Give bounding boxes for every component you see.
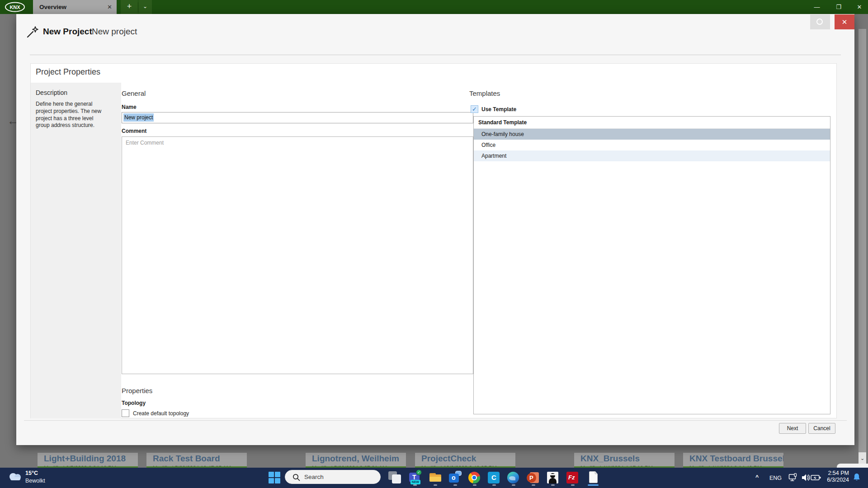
language-indicator[interactable]: ENG	[769, 475, 782, 481]
svg-text:KNX: KNX	[9, 5, 20, 10]
cancel-button[interactable]: Cancel	[808, 423, 835, 434]
tab-menu-button[interactable]: ⌄	[138, 0, 152, 14]
project-tile[interactable]: Rack Test Board Modified 5/22/2024 10:47…	[146, 453, 247, 468]
name-label: Name	[122, 104, 137, 110]
section-title: Project Properties	[36, 67, 100, 77]
task-view-icon[interactable]	[387, 470, 402, 485]
teams-new-badge: NEW	[410, 480, 420, 484]
running-indicator	[434, 484, 437, 486]
tray-expand-icon[interactable]: ^	[755, 474, 759, 480]
dialog-help-button[interactable]	[810, 14, 830, 29]
tray-date: 6/3/2024	[823, 477, 849, 483]
create-default-topology-label: Create default topology	[133, 410, 189, 417]
document-app-icon[interactable]	[586, 470, 601, 485]
window-close-button[interactable]: ✕	[851, 0, 868, 14]
search-input[interactable]: Search	[285, 470, 381, 484]
template-list-header: Standard Template	[474, 117, 830, 129]
running-indicator	[492, 484, 496, 486]
new-tab-button[interactable]: +	[121, 0, 138, 14]
topology-label: Topology	[122, 400, 146, 406]
weather-cloud-icon[interactable]	[7, 471, 24, 482]
flyout-corner	[837, 464, 868, 468]
template-item-office[interactable]: Office	[474, 140, 830, 150]
tab-label: Overview	[39, 4, 66, 10]
running-indicator	[473, 484, 476, 486]
teams-check-badge: ✓	[416, 469, 422, 475]
project-tile[interactable]: Light+Building 2018 Modified 6/5/2023 2:…	[38, 453, 138, 468]
next-button[interactable]: Next	[779, 423, 806, 434]
filezilla-icon[interactable]: Fz	[565, 470, 580, 485]
search-icon	[292, 474, 300, 481]
name-input-value: New project	[123, 113, 154, 122]
description-panel: Description Define here the general proj…	[31, 83, 121, 418]
powerpoint-glyph: P	[529, 474, 533, 481]
project-properties-card: Project Properties Description Define he…	[30, 63, 837, 418]
running-indicator	[453, 484, 457, 486]
dialog-subtitle: New project	[92, 25, 137, 38]
project-tile-title: Lignotrend, Weilheim	[312, 454, 406, 464]
template-item-one-family-house[interactable]: One-family house	[474, 129, 830, 140]
new-project-dialog: New Project New project ✕ Project Proper…	[16, 14, 854, 445]
running-indicator	[512, 484, 515, 486]
circle-icon	[816, 19, 823, 25]
knx-logo-icon: KNX	[5, 1, 25, 13]
use-template-label: Use Template	[481, 106, 516, 113]
dialog-separator	[30, 55, 841, 55]
project-tile-title: Rack Test Board	[153, 454, 247, 464]
teams-icon[interactable]: T ✓ NEW	[407, 470, 423, 485]
dialog-close-button[interactable]: ✕	[835, 14, 854, 29]
comment-placeholder: Enter Comment	[126, 140, 164, 146]
template-item-apartment[interactable]: Apartment	[474, 150, 830, 161]
powerpoint-icon[interactable]: P	[526, 470, 541, 485]
description-body: Define here the general project properti…	[36, 101, 108, 129]
project-tile[interactable]: ProjectCheck Modified 10/2/2023 3:40:35 …	[415, 453, 515, 468]
project-tile[interactable]: KNX_Brussels Modified 4/4/2024 4:17:12 P…	[574, 453, 675, 468]
tray-time: 2:54 PM	[823, 470, 849, 477]
battery-icon[interactable]	[811, 474, 821, 482]
active-window-indicator	[588, 484, 599, 486]
tab-overview[interactable]: Overview ✕	[33, 0, 117, 14]
speaker-icon[interactable]	[801, 473, 810, 482]
weather-temperature[interactable]: 15°C	[25, 470, 38, 476]
project-tile[interactable]: Lignotrend, Weilheim Modified 5/22/2024 …	[306, 453, 406, 468]
project-tile-title: KNX_Brussels	[580, 454, 675, 464]
window-maximize-button[interactable]: ❐	[829, 0, 848, 14]
footer-separator	[24, 420, 847, 421]
project-tile-title: ProjectCheck	[421, 454, 515, 464]
running-indicator	[413, 484, 417, 486]
comment-label: Comment	[122, 128, 146, 134]
project-tile-title: KNX Testboard Brussels	[689, 454, 783, 464]
file-explorer-icon[interactable]	[428, 470, 443, 485]
tab-close-icon[interactable]: ✕	[107, 0, 112, 14]
background-scrollbar[interactable]	[859, 29, 866, 468]
screen: ← Light+Building 2018 Modified 6/5/2023 …	[0, 0, 868, 488]
wand-icon	[26, 26, 40, 38]
running-indicator	[571, 484, 575, 486]
project-tile[interactable]: KNX Testboard Brussels Modified 4/4/2024…	[683, 453, 783, 468]
window-minimize-button[interactable]: —	[807, 0, 826, 14]
name-input[interactable]: New project	[122, 112, 473, 123]
weather-condition[interactable]: Bewolkt	[25, 478, 45, 484]
comment-input[interactable]: Enter Comment	[122, 136, 473, 374]
scroll-down-icon[interactable]: ⌄	[859, 452, 866, 465]
chrome-icon[interactable]	[467, 470, 482, 485]
outlook-glyph: o	[452, 474, 456, 481]
properties-heading: Properties	[122, 387, 152, 394]
network-icon[interactable]	[788, 473, 798, 482]
create-default-topology-checkbox[interactable]	[122, 409, 129, 417]
clock[interactable]: 2:54 PM 6/3/2024	[823, 470, 849, 483]
start-button-icon[interactable]	[269, 472, 281, 484]
outlook-icon[interactable]: o	[448, 470, 463, 485]
templates-heading: Templates	[469, 89, 500, 97]
notification-bell-icon[interactable]	[853, 473, 861, 482]
running-indicator	[532, 484, 535, 486]
running-indicator	[551, 484, 555, 486]
headset-person-app-icon[interactable]	[545, 470, 561, 485]
filezilla-glyph: Fz	[568, 474, 575, 481]
use-template-checkbox[interactable]: ✓	[471, 105, 478, 113]
blue-c-app-icon[interactable]: C	[486, 470, 502, 485]
titlebar: KNX Overview ✕ + ⌄ — ❐ ✕	[0, 0, 868, 14]
general-heading: General	[122, 89, 146, 97]
template-list: Standard Template One-family house Offic…	[473, 116, 830, 414]
edge-icon[interactable]	[506, 470, 521, 485]
